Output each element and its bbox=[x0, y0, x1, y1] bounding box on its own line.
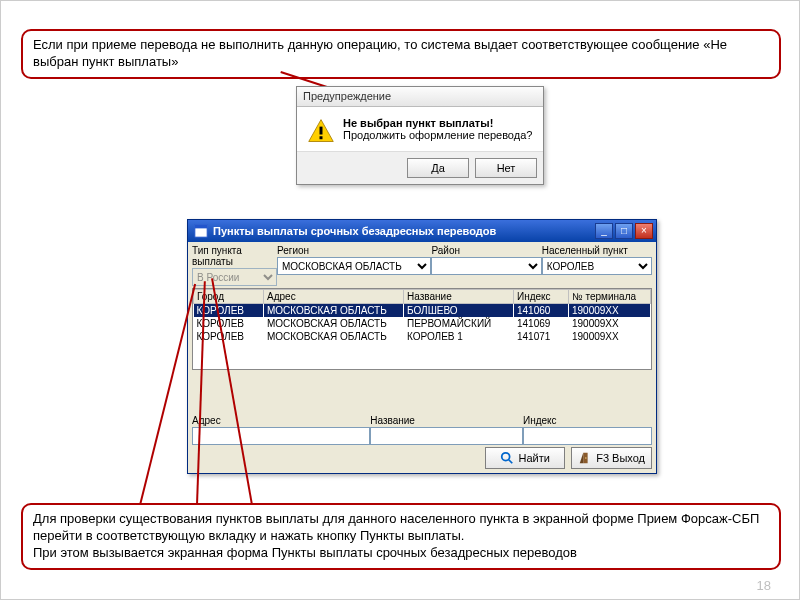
paypoints-window: Пункты выплаты срочных безадресных перев… bbox=[187, 219, 657, 474]
cell-term: 190009XX bbox=[569, 317, 651, 330]
bottom-addr-label: Адрес bbox=[192, 415, 370, 426]
svg-point-9 bbox=[585, 457, 587, 459]
exit-button[interactable]: F3 Выход bbox=[571, 447, 652, 469]
region-label: Регион bbox=[277, 245, 431, 256]
callout-bottom-text: Для проверки существования пунктов выпла… bbox=[33, 511, 759, 560]
cell-index: 141071 bbox=[514, 330, 569, 343]
maximize-button[interactable]: □ bbox=[615, 223, 633, 239]
exit-icon bbox=[578, 451, 592, 465]
svg-rect-2 bbox=[320, 136, 323, 139]
bottom-addr-input[interactable] bbox=[192, 427, 370, 445]
grid-header-row: Город Адрес Название Индекс № терминала bbox=[194, 290, 651, 304]
messagebox-line1: Не выбран пункт выплаты! bbox=[343, 117, 532, 129]
paypoints-titlebar: Пункты выплаты срочных безадресных перев… bbox=[188, 220, 656, 242]
cell-addr: МОСКОВСКАЯ ОБЛАСТЬ bbox=[264, 317, 404, 330]
cell-name: КОРОЛЕВ 1 bbox=[404, 330, 514, 343]
window-controls: _ □ × bbox=[595, 223, 653, 239]
search-label: Найти bbox=[518, 452, 549, 464]
svg-point-5 bbox=[502, 453, 510, 461]
messagebox-body: Не выбран пункт выплаты! Продолжить офор… bbox=[297, 107, 543, 151]
cell-city: КОРОЛЕВ bbox=[194, 317, 264, 330]
filters-row: Тип пункта выплаты В России Регион МОСКО… bbox=[188, 242, 656, 288]
search-button[interactable]: Найти bbox=[485, 447, 565, 469]
callout-top: Если при приеме перевода не выполнить да… bbox=[21, 29, 781, 79]
cell-name: БОЛШЕВО bbox=[404, 304, 514, 318]
cell-term: 190009XX bbox=[569, 330, 651, 343]
exit-label: F3 Выход bbox=[596, 452, 645, 464]
locality-label: Населенный пункт bbox=[542, 245, 652, 256]
svg-rect-4 bbox=[195, 225, 207, 229]
paypoints-title: Пункты выплаты срочных безадресных перев… bbox=[213, 225, 496, 237]
col-addr[interactable]: Адрес bbox=[264, 290, 404, 304]
cell-index: 141069 bbox=[514, 317, 569, 330]
messagebox-yes-button[interactable]: Да bbox=[407, 158, 469, 178]
bottom-name-input[interactable] bbox=[370, 427, 523, 445]
callout-bottom: Для проверки существования пунктов выпла… bbox=[21, 503, 781, 570]
type-label: Тип пункта выплаты bbox=[192, 245, 277, 267]
col-name[interactable]: Название bbox=[404, 290, 514, 304]
bottom-index-label: Индекс bbox=[523, 415, 652, 426]
warning-icon bbox=[307, 117, 335, 145]
messagebox-buttons: Да Нет bbox=[297, 151, 543, 184]
bottom-inputs: Адрес Название Индекс bbox=[192, 415, 652, 445]
cell-addr: МОСКОВСКАЯ ОБЛАСТЬ bbox=[264, 330, 404, 343]
messagebox-title: Предупреждение bbox=[297, 87, 543, 107]
region-select[interactable]: МОСКОВСКАЯ ОБЛАСТЬ bbox=[277, 257, 431, 275]
locality-select[interactable]: КОРОЛЕВ bbox=[542, 257, 652, 275]
col-index[interactable]: Индекс bbox=[514, 290, 569, 304]
messagebox-title-text: Предупреждение bbox=[303, 90, 391, 102]
bottom-name-label: Название bbox=[370, 415, 523, 426]
messagebox-line2: Продолжить оформление перевода? bbox=[343, 129, 532, 141]
table-row[interactable]: КОРОЛЕВМОСКОВСКАЯ ОБЛАСТЬБОЛШЕВО14106019… bbox=[194, 304, 651, 318]
search-icon bbox=[500, 451, 514, 465]
bottom-index-input[interactable] bbox=[523, 427, 652, 445]
window-icon bbox=[194, 224, 208, 238]
messagebox-no-button[interactable]: Нет bbox=[475, 158, 537, 178]
table-row[interactable]: КОРОЛЕВМОСКОВСКАЯ ОБЛАСТЬПЕРВОМАЙСКИЙ141… bbox=[194, 317, 651, 330]
minimize-button[interactable]: _ bbox=[595, 223, 613, 239]
paypoints-grid[interactable]: Город Адрес Название Индекс № терминала … bbox=[192, 288, 652, 370]
svg-marker-8 bbox=[580, 453, 584, 464]
table-row[interactable]: КОРОЛЕВМОСКОВСКАЯ ОБЛАСТЬКОРОЛЕВ 1141071… bbox=[194, 330, 651, 343]
svg-rect-1 bbox=[320, 127, 323, 135]
action-bar: Найти F3 Выход bbox=[192, 447, 652, 469]
messagebox-text: Не выбран пункт выплаты! Продолжить офор… bbox=[343, 117, 532, 141]
district-label: Район bbox=[431, 245, 541, 256]
close-button[interactable]: × bbox=[635, 223, 653, 239]
col-term[interactable]: № терминала bbox=[569, 290, 651, 304]
district-select[interactable] bbox=[431, 257, 541, 275]
cell-city: КОРОЛЕВ bbox=[194, 330, 264, 343]
cell-term: 190009XX bbox=[569, 304, 651, 318]
cell-addr: МОСКОВСКАЯ ОБЛАСТЬ bbox=[264, 304, 404, 318]
warning-messagebox: Предупреждение Не выбран пункт выплаты! … bbox=[296, 86, 544, 185]
svg-line-6 bbox=[509, 460, 513, 464]
cell-name: ПЕРВОМАЙСКИЙ bbox=[404, 317, 514, 330]
callout-top-text: Если при приеме перевода не выполнить да… bbox=[33, 37, 727, 69]
cell-index: 141060 bbox=[514, 304, 569, 318]
page-number: 18 bbox=[757, 578, 771, 593]
